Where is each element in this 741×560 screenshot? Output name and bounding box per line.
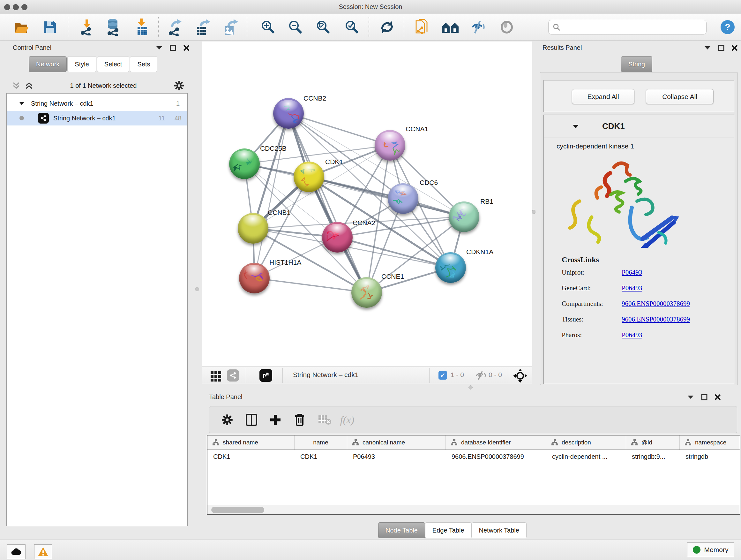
network-node-ccna2[interactable] xyxy=(322,222,353,253)
tab-sets[interactable]: Sets xyxy=(130,56,157,72)
bottom-splitter-handle[interactable] xyxy=(468,385,473,389)
apply-preferred-layout-icon[interactable] xyxy=(441,18,460,37)
column-header-shared-name[interactable]: shared name xyxy=(207,435,294,449)
network-node-ccne1[interactable] xyxy=(351,277,382,308)
expand-all-networks-icon[interactable] xyxy=(25,82,33,89)
collapse-all-networks-icon[interactable] xyxy=(12,82,20,89)
import-network-from-file-icon[interactable] xyxy=(77,18,96,37)
scrollbar-thumb[interactable] xyxy=(211,507,264,513)
function-builder-icon[interactable]: f(x) xyxy=(338,411,356,429)
network-node-cdk1[interactable] xyxy=(293,162,324,192)
tab-style[interactable]: Style xyxy=(67,56,96,72)
network-node-ccnb1[interactable] xyxy=(238,213,268,244)
zoom-out-icon[interactable] xyxy=(286,18,305,37)
delete-table-icon[interactable] xyxy=(316,411,333,429)
float-panel-icon[interactable] xyxy=(701,394,708,400)
left-splitter-handle[interactable] xyxy=(195,287,199,291)
zoom-fit-content-icon[interactable] xyxy=(314,18,333,37)
crosslink-link[interactable]: 9606.ENSP00000378699 xyxy=(622,315,690,323)
node-table[interactable]: shared namenamecanonical namedatabase id… xyxy=(207,435,740,515)
table-cell[interactable]: CDK1 xyxy=(294,453,347,460)
detach-view-icon[interactable] xyxy=(259,369,272,382)
network-node-rb1[interactable] xyxy=(449,201,479,232)
memory-button[interactable]: Memory xyxy=(687,543,734,557)
network-row[interactable]: String Network – cdk1 11 48 xyxy=(7,111,187,125)
tab-edge-table[interactable]: Edge Table xyxy=(425,522,472,538)
table-cell[interactable]: 9606.ENSP00000378699 xyxy=(446,453,546,460)
clone-network-icon[interactable] xyxy=(413,18,431,37)
create-column-icon[interactable] xyxy=(266,411,284,429)
network-edge[interactable] xyxy=(254,113,288,278)
panel-menu-icon[interactable] xyxy=(156,46,163,50)
collapse-all-button[interactable]: Collapse All xyxy=(646,89,714,104)
warnings-button[interactable] xyxy=(34,544,52,559)
protein-section-header[interactable]: CDK1 xyxy=(544,115,734,138)
network-node-ccnb2[interactable] xyxy=(273,98,304,129)
expand-all-button[interactable]: Expand All xyxy=(572,89,634,104)
search-field[interactable] xyxy=(548,20,706,35)
section-collapse-icon[interactable] xyxy=(572,125,579,129)
show-all-icon[interactable] xyxy=(497,18,516,37)
selected-nodes-checkbox[interactable]: ✓ xyxy=(439,371,447,380)
column-header-canonical-name[interactable]: canonical name xyxy=(347,435,446,449)
column-header-namespace[interactable]: namespace xyxy=(680,435,740,449)
export-table-icon[interactable] xyxy=(194,18,212,37)
network-collection-row[interactable]: String Network – cdk1 1 xyxy=(7,96,187,111)
save-session-icon[interactable] xyxy=(41,18,59,37)
delete-column-trash-icon[interactable] xyxy=(291,411,309,429)
network-edge[interactable] xyxy=(254,278,367,293)
network-node-hist1h1a[interactable] xyxy=(239,263,270,294)
tab-network-table[interactable]: Network Table xyxy=(472,522,527,538)
string-view-icon[interactable] xyxy=(227,369,239,381)
table-cell[interactable]: cyclin-dependent ... xyxy=(546,453,626,460)
crosslink-link[interactable]: P06493 xyxy=(622,331,642,339)
tab-node-table[interactable]: Node Table xyxy=(378,522,425,538)
column-header--id[interactable]: @id xyxy=(626,435,680,449)
tab-select[interactable]: Select xyxy=(97,56,130,72)
column-header-description[interactable]: description xyxy=(546,435,626,449)
network-edge[interactable] xyxy=(309,177,464,217)
export-image-icon[interactable] xyxy=(222,18,240,37)
crosslink-link[interactable]: P06493 xyxy=(622,284,642,292)
zoom-selected-icon[interactable] xyxy=(343,18,361,37)
float-panel-icon[interactable] xyxy=(718,45,724,51)
crosslink-link[interactable]: 9606.ENSP00000378699 xyxy=(622,300,690,308)
help-icon[interactable]: ? xyxy=(718,18,737,37)
search-input[interactable] xyxy=(561,23,701,31)
view-grid-mode-icon[interactable] xyxy=(211,371,221,381)
import-table-from-file-icon[interactable] xyxy=(133,18,151,37)
table-cell[interactable]: P06493 xyxy=(347,453,446,460)
tab-network[interactable]: Network xyxy=(29,56,67,72)
refresh-icon[interactable] xyxy=(378,18,396,37)
network-node-ccna1[interactable] xyxy=(375,130,405,161)
network-node-cdc6[interactable] xyxy=(388,183,418,214)
close-panel-icon[interactable] xyxy=(715,394,721,400)
network-canvas[interactable]: CCNB2CCNA1CDC25BCDK1CDC6RB1CCNB1CCNA2CDK… xyxy=(202,42,532,367)
open-session-icon[interactable] xyxy=(12,18,31,37)
birds-eye-navigator-icon[interactable] xyxy=(513,368,528,383)
column-header-database-identifier[interactable]: database identifier xyxy=(446,435,546,449)
table-row[interactable]: CDK1CDK1P064939606.ENSP00000378699cyclin… xyxy=(207,450,740,463)
horizontal-scrollbar[interactable] xyxy=(207,505,740,514)
collection-expand-icon[interactable] xyxy=(19,102,24,105)
show-column-selector-icon[interactable] xyxy=(243,411,260,429)
tab-string[interactable]: String xyxy=(621,56,652,72)
close-panel-icon[interactable] xyxy=(183,45,190,51)
cloud-sync-button[interactable] xyxy=(7,544,25,559)
import-network-from-database-icon[interactable] xyxy=(104,18,122,37)
network-node-cdc25b[interactable] xyxy=(229,148,260,179)
panel-menu-icon[interactable] xyxy=(704,46,711,50)
float-panel-icon[interactable] xyxy=(170,45,176,51)
hide-selected-icon[interactable] xyxy=(469,18,488,37)
table-cell[interactable]: stringdb:9... xyxy=(626,453,680,460)
network-node-cdkn1a[interactable] xyxy=(435,252,466,283)
crosslink-link[interactable]: P06493 xyxy=(622,268,642,276)
close-panel-icon[interactable] xyxy=(731,45,738,51)
column-header-name[interactable]: name xyxy=(294,435,347,449)
panel-menu-icon[interactable] xyxy=(687,395,694,399)
table-cell[interactable]: CDK1 xyxy=(207,453,294,460)
export-network-icon[interactable] xyxy=(166,18,185,37)
network-options-gear-icon[interactable] xyxy=(174,80,185,91)
zoom-in-icon[interactable] xyxy=(259,18,277,37)
table-cell[interactable]: stringdb xyxy=(680,453,740,460)
